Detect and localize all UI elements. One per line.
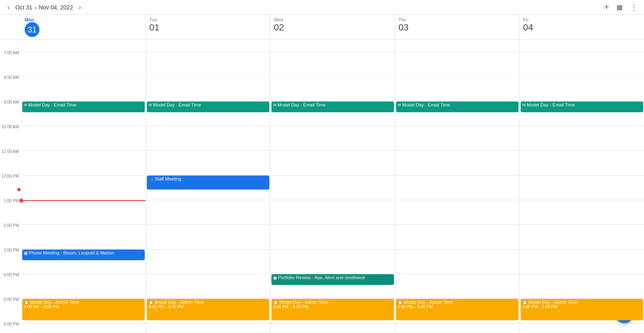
date-range: Oct 31 – Nov 04, 2022	[15, 4, 73, 11]
event-fri-email[interactable]: ✉Model Day - Email Time	[521, 102, 643, 112]
event-tue-staff[interactable]: 👥Staff Meeting	[147, 176, 269, 190]
event-tue-email[interactable]: ✉Model Day - Email Time	[147, 102, 269, 112]
event-thu-admin[interactable]: 📋Model Day - Admin Time 4:00 PM – 5:00 P…	[396, 299, 519, 320]
day-col-tue: ✉Model Day - Email Time 👥Staff Meeting 📋…	[146, 40, 270, 333]
day-columns: ✉Model Day - Email Time ▣Phone Meeting -…	[21, 40, 644, 333]
day-col-fri: ✉Model Day - Email Time 📋Model Day - Adm…	[519, 40, 644, 333]
event-mon-admin[interactable]: 📋Model Day - Admin Time 4:00 PM – 5:00 P…	[22, 299, 145, 320]
event-fri-admin[interactable]: 📋Model Day - Admin Time 4:00 PM – 5:00 P…	[521, 299, 643, 320]
next-button[interactable]: ›	[76, 3, 83, 12]
event-wed-portfolio[interactable]: ▣Portfolio Review - Ape, Alice and Smith…	[271, 274, 394, 285]
grid-view-button[interactable]: ▦	[615, 2, 624, 13]
day-header-fri: Fri 04	[519, 15, 644, 39]
event-tue-admin[interactable]: 📋Model Day - Admin Time 4:00 PM – 5:00 P…	[147, 299, 269, 320]
more-options-button[interactable]: ⋮	[628, 1, 639, 14]
event-thu-email[interactable]: ✉Model Day - Email Time	[396, 102, 519, 112]
day-col-mon: ✉Model Day - Email Time ▣Phone Meeting -…	[21, 40, 146, 333]
day-header-thu: Thu 03	[395, 15, 519, 39]
day-headers: Mon 31 Tue 01 Wed 02 Thu 03 Fri 04	[0, 15, 644, 40]
calendar-body: 7:00 AM 8:00 AM 9:00 AM 10:00 AM 11:00 A…	[0, 40, 644, 333]
day-col-thu: ✉Model Day - Email Time 📋Model Day - Adm…	[395, 40, 519, 333]
event-mon-phone[interactable]: ▣Phone Meeting - Bloom, Leopold & Marion	[22, 250, 145, 260]
day-header-mon: Mon 31	[21, 15, 146, 39]
event-mon-email[interactable]: ✉Model Day - Email Time	[22, 102, 145, 112]
day-header-wed: Wed 02	[270, 15, 395, 39]
time-gutter: 7:00 AM 8:00 AM 9:00 AM 10:00 AM 11:00 A…	[0, 40, 21, 333]
prev-button[interactable]: ‹	[5, 3, 12, 12]
calendar: Mon 31 Tue 01 Wed 02 Thu 03 Fri 04 7:00 …	[0, 15, 644, 333]
day-col-wed: ✉Model Day - Email Time ▣Portfolio Revie…	[270, 40, 395, 333]
top-bar: ‹ Oct 31 – Nov 04, 2022 › + ▦ ⋮	[0, 0, 644, 15]
event-wed-email[interactable]: ✉Model Day - Email Time	[271, 102, 394, 112]
add-button[interactable]: +	[602, 1, 611, 14]
event-wed-admin[interactable]: 📋Model Day - Admin Time 4:00 PM – 5:00 P…	[271, 299, 394, 320]
day-header-tue: Tue 01	[146, 15, 270, 39]
